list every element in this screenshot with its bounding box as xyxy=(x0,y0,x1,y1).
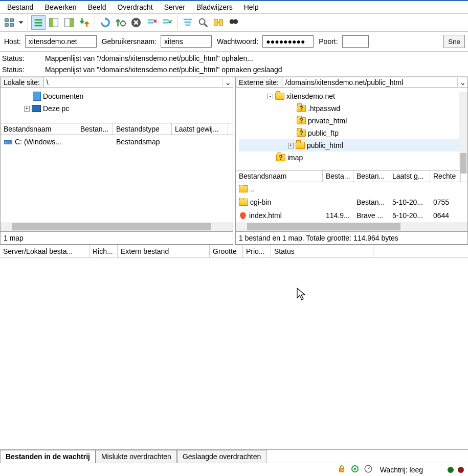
log-text: Mappenlijst van "/domains/xitensdemo.net… xyxy=(45,66,282,74)
find-icon[interactable] xyxy=(227,15,241,30)
cancel-icon[interactable] xyxy=(129,15,143,30)
chevron-down-icon[interactable]: ⌄ xyxy=(222,78,233,86)
local-columns[interactable]: BestandsnaamBestan...BestandstypeLaatst … xyxy=(1,123,233,135)
sitemanager-icon[interactable] xyxy=(2,15,16,30)
tree-item[interactable]: private_html xyxy=(239,115,464,127)
svg-point-11 xyxy=(121,21,125,26)
disconnect-icon[interactable] xyxy=(144,15,159,30)
cell: 5-10-20... xyxy=(389,198,430,206)
svg-rect-19 xyxy=(185,25,190,26)
column-header[interactable]: Bestandsnaam xyxy=(236,170,323,182)
tree-label: .htpasswd xyxy=(308,104,340,113)
svg-point-30 xyxy=(353,468,356,470)
column-header[interactable]: Rechte xyxy=(430,170,461,182)
expander-icon[interactable]: + xyxy=(288,143,294,148)
drive-icon xyxy=(4,137,13,146)
local-summary: 1 map xyxy=(1,231,233,244)
log-text: Mappenlijst van "/domains/xitensdemo.net… xyxy=(45,54,253,62)
compare-icon[interactable] xyxy=(211,15,226,30)
remote-path-input[interactable]: /domains/xitensdemo.net/public_html xyxy=(282,77,457,88)
chevron-down-icon[interactable]: ⌄ xyxy=(457,78,467,86)
queue-columns[interactable]: Server/Lokaal besta...Rich...Extern best… xyxy=(0,245,468,258)
tree-item[interactable]: .htpasswd xyxy=(239,102,464,115)
tree-item[interactable]: public_ftp xyxy=(239,127,464,139)
user-input[interactable] xyxy=(161,35,212,48)
tree-item[interactable]: Documenten xyxy=(4,90,230,102)
local-tree[interactable]: Documenten+Deze pc xyxy=(1,88,233,123)
tree-label: Deze pc xyxy=(43,104,69,113)
filter-icon[interactable] xyxy=(181,15,195,30)
scrollbar-horizontal[interactable] xyxy=(1,222,233,231)
local-path-input[interactable]: \ xyxy=(43,77,222,88)
tab-queued[interactable]: Bestanden in de wachtrij xyxy=(0,450,96,463)
column-header[interactable]: Server/Lokaal besta... xyxy=(0,245,90,257)
column-header[interactable]: Prio... xyxy=(243,245,271,257)
reconnect-icon[interactable] xyxy=(160,15,174,30)
quickconnect-bar: Host: Gebruikersnaam: Wachtwoord: Poort:… xyxy=(0,32,468,52)
tree-item[interactable]: -xitensdemo.net xyxy=(239,90,464,102)
tree-item[interactable]: +Deze pc xyxy=(4,102,230,115)
expander-icon[interactable]: + xyxy=(24,106,30,112)
remote-filelist[interactable]: ..cgi-binBestan...5-10-20...0755index.ht… xyxy=(236,182,467,222)
queue-body[interactable] xyxy=(0,258,468,449)
column-header[interactable]: Bestan... xyxy=(353,170,389,182)
column-header[interactable]: Status xyxy=(271,245,373,257)
sitemanager-dropdown-icon[interactable] xyxy=(17,15,25,30)
lock-icon[interactable] xyxy=(337,464,346,475)
tree-label: public_ftp xyxy=(308,129,339,137)
scrollbar-horizontal[interactable] xyxy=(236,222,467,231)
statusbar: Wachtrij: leeg xyxy=(0,463,468,476)
column-header[interactable]: Bestandsnaam xyxy=(1,123,77,135)
column-header[interactable]: Rich... xyxy=(90,245,118,257)
gear-icon[interactable] xyxy=(350,464,360,475)
list-item[interactable]: cgi-binBestan...5-10-20...0755 xyxy=(236,196,467,209)
column-header[interactable]: Grootte xyxy=(210,245,243,257)
remote-tree[interactable]: -xitensdemo.net.htpasswdprivate_htmlpubl… xyxy=(236,88,467,170)
menu-item[interactable]: Bladwijzers xyxy=(196,3,233,11)
quickconnect-button[interactable]: Sne xyxy=(443,35,465,48)
status-led-red-icon xyxy=(458,467,464,473)
column-header[interactable]: Bestan... xyxy=(77,123,113,135)
menu-item[interactable]: Help xyxy=(244,3,259,11)
menu-item[interactable]: Overdracht xyxy=(117,3,152,11)
column-header[interactable]: Extern bestand xyxy=(118,245,210,257)
tree-item[interactable]: imap xyxy=(239,152,464,164)
search-icon[interactable] xyxy=(196,15,210,30)
local-filelist[interactable]: C: (Windows...Bestandsmap xyxy=(1,135,233,222)
speed-icon[interactable] xyxy=(364,464,373,475)
toggle-log-icon[interactable] xyxy=(31,15,46,30)
menu-item[interactable]: Beeld xyxy=(88,3,106,11)
expander-icon[interactable]: - xyxy=(268,94,273,99)
column-header[interactable]: Laatst gewij... xyxy=(172,123,228,135)
svg-rect-22 xyxy=(219,19,222,26)
scrollbar-vertical[interactable] xyxy=(459,92,467,174)
list-item[interactable]: .. xyxy=(236,182,467,196)
tab-failed[interactable]: Mislukte overdrachten xyxy=(96,450,177,463)
folder-unknown-icon xyxy=(276,154,285,161)
message-log[interactable]: Status:Mappenlijst van "/domains/xitensd… xyxy=(0,52,468,77)
password-input[interactable] xyxy=(262,35,314,48)
column-header[interactable]: Laatst g... xyxy=(389,170,430,182)
queue-tabs: Bestanden in de wachtrij Mislukte overdr… xyxy=(0,449,468,463)
host-input[interactable] xyxy=(25,35,97,48)
tree-label: imap xyxy=(287,154,303,162)
refresh-icon[interactable] xyxy=(98,15,113,30)
list-item[interactable]: index.html114.9...Brave ...5-10-20...064… xyxy=(236,209,467,222)
file-name: .. xyxy=(250,185,254,193)
remote-columns[interactable]: BestandsnaamBesta...Bestan...Laatst g...… xyxy=(236,170,467,182)
tab-success[interactable]: Geslaagde overdrachten xyxy=(177,450,266,463)
folder-icon xyxy=(275,93,284,100)
toggle-queue-icon[interactable] xyxy=(77,15,92,30)
port-input[interactable] xyxy=(342,35,369,48)
process-queue-icon[interactable] xyxy=(114,15,128,30)
column-header[interactable]: Besta... xyxy=(323,170,353,182)
tree-item[interactable]: +public_html xyxy=(239,139,464,152)
menu-item[interactable]: Bestand xyxy=(7,3,33,11)
menu-item[interactable]: Server xyxy=(164,3,185,11)
column-header[interactable]: Bestandstype xyxy=(113,123,172,135)
menu-item[interactable]: Bewerken xyxy=(44,3,76,11)
toggle-localtree-icon[interactable] xyxy=(47,15,61,30)
list-item[interactable]: C: (Windows...Bestandsmap xyxy=(1,135,233,148)
toggle-remotetree-icon[interactable] xyxy=(62,15,76,30)
svg-rect-3 xyxy=(10,24,13,27)
